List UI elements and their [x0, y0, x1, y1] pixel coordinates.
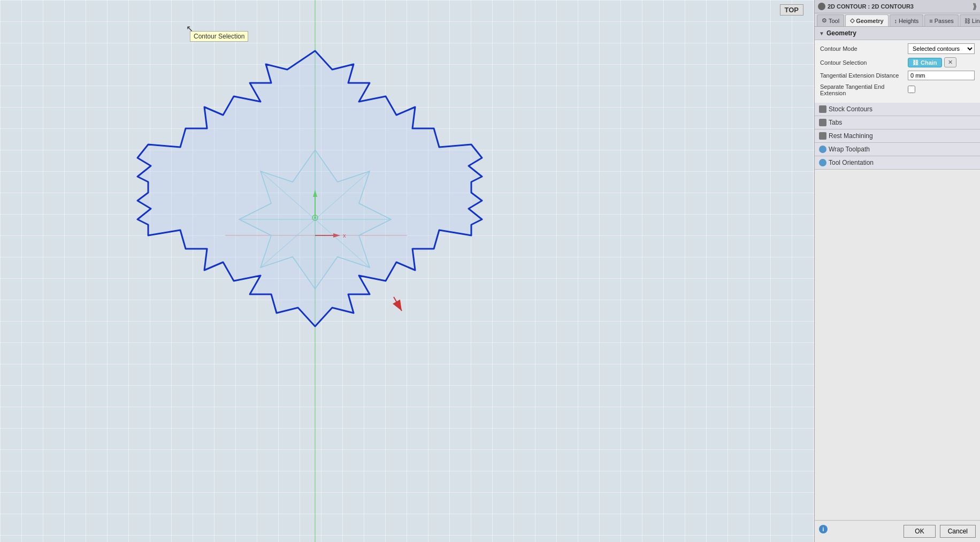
contour-selection-tooltip: Contour Selection — [190, 31, 248, 42]
right-panel: 2D CONTOUR : 2D CONTOUR3 ⟫ ⚙ Tool ◇ Geom… — [814, 0, 980, 542]
wrap-toolpath-icon — [819, 146, 826, 153]
stock-contours-icon — [819, 105, 826, 113]
ok-button[interactable]: OK — [904, 525, 935, 538]
separate-tangential-label: Separate Tangential End Extension — [820, 83, 906, 96]
wrap-toolpath-label: Wrap Toolpath — [829, 146, 870, 153]
linking-tab-icon: ⛓ — [964, 18, 970, 24]
viewport[interactable]: Contour Selection TOP x — [0, 0, 814, 542]
tab-passes-label: Passes — [935, 18, 954, 24]
panel-icon — [818, 3, 825, 10]
tab-geometry-label: Geometry — [856, 18, 883, 24]
tab-linking[interactable]: ⛓ Linking — [960, 14, 980, 26]
canvas-svg: x Z X — [0, 0, 814, 542]
info-icon: i — [819, 525, 828, 533]
chain-close-button[interactable]: ✕ — [944, 57, 956, 67]
tab-heights[interactable]: ↕ Heights — [890, 14, 924, 26]
separate-tangential-checkbox[interactable] — [908, 86, 915, 93]
tab-tool-label: Tool — [829, 18, 839, 24]
rest-machining-label: Rest Machining — [829, 132, 873, 140]
geometry-section-header[interactable]: ▼ Geometry — [815, 27, 980, 40]
tangential-extension-row: Tangential Extension Distance — [820, 71, 975, 80]
contour-mode-row: Contour Mode Selected contours All conto… — [820, 43, 975, 54]
contour-mode-select[interactable]: Selected contours All contours — [908, 43, 975, 54]
panel-header: 2D CONTOUR : 2D CONTOUR3 ⟫ — [815, 0, 980, 13]
chain-button[interactable]: ⛓ Chain — [908, 58, 942, 67]
geometry-section-title: Geometry — [826, 29, 856, 37]
tool-orientation-label: Tool Orientation — [829, 159, 874, 166]
rest-machining-icon — [819, 132, 826, 140]
tab-bar: ⚙ Tool ◇ Geometry ↕ Heights ≡ Passes ⛓ L… — [815, 13, 980, 27]
contour-mode-label: Contour Mode — [820, 45, 906, 52]
stock-contours-label: Stock Contours — [829, 105, 872, 113]
tangential-extension-control — [908, 71, 975, 80]
tab-heights-label: Heights — [899, 18, 918, 24]
separate-tangential-control — [908, 86, 975, 95]
contour-mode-control: Selected contours All contours — [908, 43, 975, 54]
tab-linking-label: Linking — [972, 18, 980, 24]
contour-selection-label: Contour Selection — [820, 59, 906, 66]
tangential-extension-label: Tangential Extension Distance — [820, 72, 906, 79]
wrap-toolpath-section[interactable]: Wrap Toolpath — [815, 143, 980, 156]
bottom-buttons: i OK Cancel — [815, 520, 980, 542]
tool-tab-icon: ⚙ — [822, 17, 827, 24]
tangential-extension-input[interactable] — [908, 71, 975, 80]
panel-title: 2D CONTOUR : 2D CONTOUR3 — [828, 3, 914, 10]
chain-btn-icon: ⛓ — [913, 59, 918, 66]
tabs-section[interactable]: Tabs — [815, 116, 980, 129]
passes-tab-icon: ≡ — [929, 18, 932, 24]
tab-passes[interactable]: ≡ Passes — [924, 14, 959, 26]
rest-machining-section[interactable]: Rest Machining — [815, 129, 980, 143]
geometry-arrow-icon: ▼ — [819, 30, 824, 36]
contour-selection-row: Contour Selection ⛓ Chain ✕ — [820, 57, 975, 67]
contour-selection-control: ⛓ Chain ✕ — [908, 57, 975, 67]
tabs-section-icon — [819, 119, 826, 126]
tab-geometry[interactable]: ◇ Geometry — [845, 14, 888, 26]
stock-contours-section[interactable]: Stock Contours — [815, 103, 980, 116]
panel-expand-btn[interactable]: ⟫ — [973, 2, 977, 11]
tool-orientation-icon — [819, 159, 826, 166]
geometry-tab-icon: ◇ — [850, 17, 854, 24]
tabs-section-label: Tabs — [829, 119, 842, 126]
tool-orientation-section[interactable]: Tool Orientation — [815, 156, 980, 170]
cancel-button[interactable]: Cancel — [940, 525, 976, 538]
tab-tool[interactable]: ⚙ Tool — [817, 14, 844, 26]
chain-btn-label: Chain — [921, 59, 937, 66]
heights-tab-icon: ↕ — [894, 18, 898, 24]
geometry-section-body: Contour Mode Selected contours All conto… — [815, 40, 980, 103]
separate-tangential-row: Separate Tangential End Extension — [820, 83, 975, 96]
